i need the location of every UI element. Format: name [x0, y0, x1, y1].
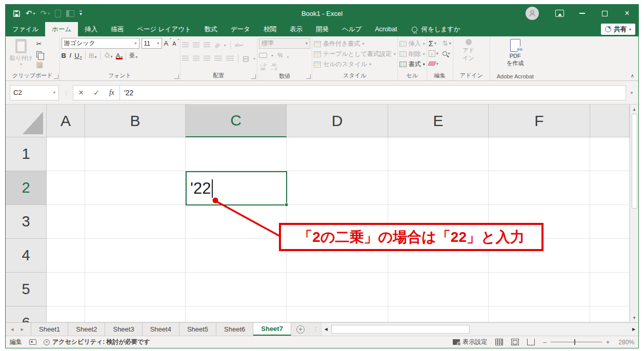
name-box-splitter[interactable]: ⋮	[59, 89, 73, 96]
scroll-right-button[interactable]: ▶	[629, 327, 638, 332]
fill-handle[interactable]	[285, 203, 288, 207]
sheet-tab-sheet4[interactable]: Sheet4	[143, 323, 179, 336]
zoom-slider-thumb[interactable]	[574, 339, 576, 345]
cell[interactable]	[47, 137, 85, 171]
cell[interactable]	[85, 205, 186, 239]
cell[interactable]	[186, 306, 287, 322]
scroll-down-button[interactable]: ▼	[630, 313, 638, 322]
zoom-in-button[interactable]: +	[606, 339, 610, 346]
cell[interactable]	[489, 171, 590, 205]
font-size-combo[interactable]: 11 ▾	[142, 38, 162, 49]
horizontal-scroll-thumb[interactable]	[331, 325, 470, 334]
cell[interactable]	[590, 137, 630, 171]
increase-indent-icon[interactable]	[226, 56, 234, 61]
format-painter-button[interactable]	[35, 60, 46, 70]
tab-data[interactable]: データ	[224, 22, 257, 36]
percent-icon[interactable]: %	[277, 52, 283, 59]
cell[interactable]	[85, 239, 186, 273]
ribbon-display-options-button[interactable]	[548, 5, 571, 22]
borders-button[interactable]: ⊞▾	[89, 52, 97, 59]
cell[interactable]	[388, 137, 489, 171]
cell[interactable]	[85, 273, 186, 306]
scroll-left-button[interactable]: ◀	[321, 327, 331, 332]
font-color-button[interactable]: A▾	[116, 52, 123, 59]
next-sheet-button[interactable]: ▸	[21, 326, 24, 333]
align-top-icon[interactable]	[182, 43, 189, 48]
align-left-icon[interactable]	[182, 56, 189, 61]
macro-record-icon[interactable]	[29, 339, 36, 345]
row-header-4[interactable]: 4	[6, 239, 47, 273]
cell[interactable]	[590, 205, 630, 239]
italic-button[interactable]: I	[69, 51, 71, 59]
customize-qat-button[interactable]: ▾	[79, 11, 82, 16]
font-name-combo[interactable]: 游ゴシック ▾	[62, 38, 139, 49]
cell[interactable]	[388, 306, 489, 322]
column-header-f[interactable]: F	[489, 105, 590, 137]
tab-review[interactable]: 校閲	[257, 22, 283, 36]
normal-view-button[interactable]	[495, 339, 503, 345]
cell[interactable]	[590, 273, 630, 306]
insert-cells-button[interactable]: 挿入 ▾	[399, 39, 425, 49]
close-button[interactable]: ×	[616, 5, 638, 22]
enter-button[interactable]: ✓	[89, 89, 104, 97]
previous-sheet-button[interactable]: ◂	[11, 326, 14, 333]
tab-formulas[interactable]: 数式	[198, 22, 224, 36]
cell[interactable]	[47, 239, 85, 273]
sheet-tab-sheet7[interactable]: Sheet7	[253, 323, 291, 336]
undo-button[interactable]: ↶ ▾	[26, 9, 35, 18]
align-center-icon[interactable]	[193, 56, 199, 61]
align-right-icon[interactable]	[204, 56, 210, 61]
sheet-tab-sheet3[interactable]: Sheet3	[105, 323, 142, 336]
cell[interactable]	[186, 273, 287, 306]
display-settings-button[interactable]: 表示設定	[453, 338, 487, 346]
print-preview-button[interactable]	[55, 10, 61, 17]
delete-cells-button[interactable]: 削除 ▾	[399, 49, 425, 59]
dialog-launcher-icon[interactable]	[174, 74, 179, 79]
underline-button[interactable]: U▾	[74, 52, 82, 59]
page-layout-view-button[interactable]	[511, 339, 519, 345]
cell[interactable]	[47, 171, 85, 205]
cell[interactable]	[186, 137, 287, 171]
collapse-ribbon-button[interactable]: ∧	[631, 73, 634, 78]
column-header-e[interactable]: E	[388, 105, 489, 137]
tab-draw[interactable]: 描画	[104, 22, 130, 36]
dialog-launcher-icon[interactable]	[306, 74, 311, 79]
cell[interactable]	[85, 137, 186, 171]
tell-me-box[interactable]: 何をしますか	[406, 22, 466, 36]
dialog-launcher-icon[interactable]	[54, 74, 58, 79]
row-header-6[interactable]: 6	[6, 306, 47, 322]
clear-button[interactable]: ▾	[429, 59, 438, 68]
dialog-launcher-icon[interactable]	[251, 74, 256, 79]
tab-view[interactable]: 表示	[283, 22, 309, 36]
align-middle-icon[interactable]	[193, 43, 199, 48]
scroll-up-button[interactable]: ▲	[630, 105, 638, 114]
create-pdf-button[interactable]: PDF を作成	[504, 38, 526, 68]
sheet-tab-sheet2[interactable]: Sheet2	[68, 323, 105, 336]
number-format-combo[interactable]: 標準 ▾	[259, 38, 310, 49]
redo-button[interactable]: ↷ ▾	[41, 9, 50, 18]
cell[interactable]	[388, 273, 489, 306]
save-button[interactable]	[13, 10, 21, 17]
conditional-formatting-button[interactable]: 条件付き書式 ▾	[314, 39, 364, 49]
row-header-2[interactable]: 2	[6, 171, 47, 205]
sheet-tab-sheet1[interactable]: Sheet1	[31, 323, 68, 336]
maximize-button[interactable]	[593, 5, 616, 22]
column-header-a[interactable]: A	[47, 105, 85, 137]
align-bottom-icon[interactable]	[204, 43, 210, 48]
format-cells-button[interactable]: 書式 ▾	[399, 59, 425, 69]
paste-button[interactable]: 貼り付け ▾	[7, 38, 35, 68]
chevron-down-icon[interactable]: ▾	[33, 11, 35, 16]
cell[interactable]	[590, 171, 630, 205]
bold-button[interactable]: B	[62, 52, 66, 59]
row-header-1[interactable]: 1	[6, 137, 47, 171]
tab-acrobat[interactable]: Acrobat	[368, 22, 404, 36]
decrease-decimal-button[interactable]: .00 →.0	[270, 63, 277, 72]
active-cell-c2[interactable]: '22	[186, 171, 287, 205]
tab-home[interactable]: ホーム	[45, 22, 78, 36]
column-header-partial[interactable]	[590, 105, 630, 137]
cell[interactable]	[186, 239, 287, 273]
share-button[interactable]: 共有 ▾	[601, 24, 635, 35]
zoom-slider[interactable]	[551, 342, 602, 343]
merge-center-button[interactable]: ⊟	[243, 54, 249, 64]
tab-scroll-splitter[interactable]: ⋮	[310, 323, 321, 336]
